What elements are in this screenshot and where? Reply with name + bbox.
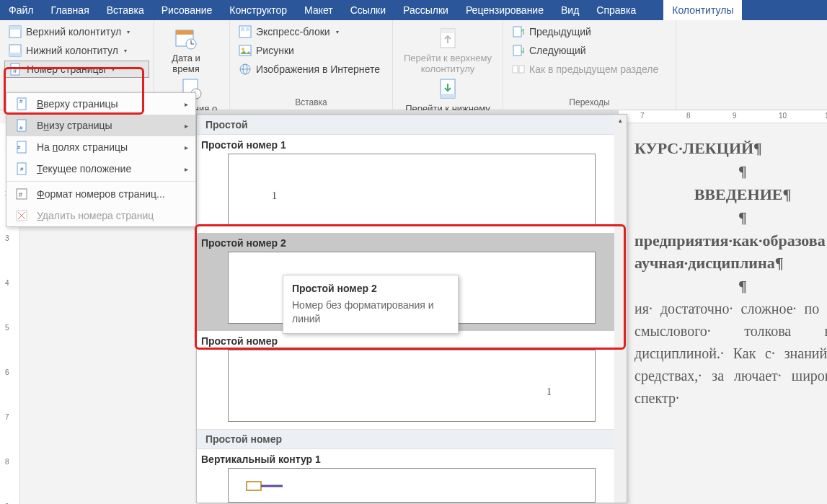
tab-headerfooter[interactable]: Колонтитулы <box>663 0 742 20</box>
svg-rect-15 <box>241 27 244 31</box>
gallery-item[interactable]: Простой номер 1 <box>197 331 627 429</box>
menu-label: Удалить номера страниц <box>37 210 154 221</box>
pictures-label: Рисунки <box>256 45 294 56</box>
page-margin-icon: # <box>14 141 30 154</box>
page-current-icon: # <box>14 162 30 175</box>
page-top-icon: # <box>14 97 30 110</box>
svg-rect-16 <box>246 27 249 31</box>
gallery-preview <box>228 468 596 503</box>
header-dropdown[interactable]: Верхний колонтитул ▾ <box>4 23 149 40</box>
menu-label: Текущее положение <box>37 163 131 174</box>
tab-design[interactable]: Конструктор <box>221 0 296 20</box>
page-number-sample: 1 <box>272 190 277 202</box>
chevron-right-icon: ▸ <box>185 122 188 130</box>
quick-parts-button[interactable]: Экспресс-блоки ▾ <box>234 23 388 40</box>
next-label: Следующий <box>529 45 586 56</box>
menu-remove-numbers: Удалить номера страниц <box>6 205 195 226</box>
menu-top-of-page[interactable]: # Вверху страницы ▸ <box>6 93 195 115</box>
gallery-preview: 1 <box>228 350 596 422</box>
svg-rect-7 <box>176 30 193 35</box>
chevron-down-icon: ▾ <box>336 29 339 35</box>
previous-button[interactable]: Предыдущий <box>508 23 671 40</box>
page-number-icon: # <box>9 63 22 76</box>
page-number-sample: 1 <box>547 386 552 398</box>
online-pictures-icon <box>239 63 252 76</box>
menubar: Файл Главная Вставка Рисование Конструкт… <box>0 0 827 20</box>
tab-draw[interactable]: Рисование <box>153 0 221 20</box>
ruler-tick: 4 <box>5 279 9 287</box>
link-previous-icon <box>512 63 525 76</box>
online-pictures-label: Изображения в Интернете <box>256 63 380 75</box>
svg-text:#: # <box>19 98 23 105</box>
tab-file[interactable]: Файл <box>0 0 42 20</box>
page-number-dropdown[interactable]: # Номер страницы ▾ <box>4 61 149 78</box>
pictures-icon <box>239 44 252 57</box>
gallery-preview: 1 <box>228 154 596 226</box>
gallery-scrollbar[interactable]: ▴ <box>614 115 627 503</box>
page-bottom-icon: # <box>14 119 30 132</box>
tab-home[interactable]: Главная <box>42 0 97 20</box>
svg-rect-3 <box>9 53 21 56</box>
tab-view[interactable]: Вид <box>552 0 588 20</box>
doc-pilcrow: ¶ <box>634 160 827 183</box>
svg-text:#: # <box>17 144 21 151</box>
chevron-down-icon: ▾ <box>112 66 115 73</box>
tab-help[interactable]: Справка <box>588 0 645 20</box>
tab-mailings[interactable]: Рассылки <box>394 0 457 20</box>
svg-rect-29 <box>519 66 524 73</box>
page-number-label: Номер страницы <box>27 63 106 75</box>
doc-heading: аучная·дисциплина¶ <box>634 252 827 275</box>
ruler-tick: 6 <box>5 368 9 376</box>
date-time-label: Дата и время <box>164 53 208 75</box>
link-previous-button: Как в предыдущем разделе <box>508 61 671 78</box>
tooltip-title: Простой номер 2 <box>292 283 449 294</box>
ruler-tick: 7 <box>640 112 645 120</box>
remove-icon <box>14 209 30 222</box>
tooltip-body: Номер без форматирования и линий <box>292 299 449 326</box>
svg-rect-43 <box>247 482 261 490</box>
menu-current-position[interactable]: # Текущее положение ▸ <box>6 158 195 180</box>
doc-heading: КУРС·ЛЕКЦИЙ¶ <box>634 137 827 160</box>
tooltip: Простой номер 2 Номер без форматирования… <box>283 275 459 334</box>
gallery-item[interactable]: Вертикальный контур 1 <box>197 449 627 503</box>
date-time-button[interactable]: Дата и время <box>159 25 213 75</box>
header-icon <box>9 25 22 38</box>
chevron-right-icon: ▸ <box>185 143 188 151</box>
gallery-item-title: Простой номер 1 <box>197 135 627 154</box>
pictures-button[interactable]: Рисунки <box>234 42 388 59</box>
gallery-category: Простой <box>197 115 627 135</box>
menu-format-numbers[interactable]: # Формат номеров страниц... <box>6 183 195 205</box>
ruler-tick: 10 <box>779 112 787 120</box>
gallery-item[interactable]: Простой номер 1 1 <box>197 135 627 233</box>
tab-insert[interactable]: Вставка <box>98 0 153 20</box>
group-label-insert: Вставка <box>230 97 392 107</box>
document-text: КУРС·ЛЕКЦИЙ¶ ¶ ВВЕДЕНИЕ¶ ¶ предприятия·к… <box>634 137 827 410</box>
doc-paragraph: ия· достаточно· сложное· по ого· смыслов… <box>634 298 827 410</box>
ruler-tick: 9 <box>733 112 737 120</box>
tab-references[interactable]: Ссылки <box>342 0 394 20</box>
tab-layout[interactable]: Макет <box>296 0 342 20</box>
format-icon: # <box>14 187 30 200</box>
svg-rect-25 <box>441 94 455 98</box>
footer-label: Нижний колонтитул <box>26 45 118 56</box>
calendar-icon <box>174 27 198 50</box>
gallery-item-title: Простой номер 2 <box>197 233 627 252</box>
ruler-tick: 5 <box>5 324 9 332</box>
scroll-up-icon[interactable]: ▴ <box>614 115 627 126</box>
menu-bottom-of-page[interactable]: # Внизу страницы ▸ <box>6 115 195 136</box>
footer-icon <box>9 44 22 57</box>
ruler-tick: 8 <box>686 112 691 120</box>
goto-header-label: Перейти к верхнему колонтитулу <box>403 53 492 75</box>
menu-page-margins[interactable]: # На полях страницы ▸ <box>6 136 195 158</box>
group-label-nav: Переходы <box>503 97 676 107</box>
svg-point-18 <box>242 48 244 50</box>
tab-review[interactable]: Рецензирование <box>457 0 552 20</box>
quick-parts-icon <box>239 25 252 38</box>
page-number-menu: # Вверху страницы ▸ # Внизу страницы ▸ #… <box>6 92 196 227</box>
doc-pilcrow: ¶ <box>634 206 827 229</box>
footer-dropdown[interactable]: Нижний колонтитул ▾ <box>4 42 149 59</box>
menu-separator <box>6 181 195 182</box>
next-button[interactable]: Следующий <box>508 42 671 59</box>
svg-rect-28 <box>513 66 518 73</box>
online-pictures-button[interactable]: Изображения в Интернете <box>234 61 388 78</box>
